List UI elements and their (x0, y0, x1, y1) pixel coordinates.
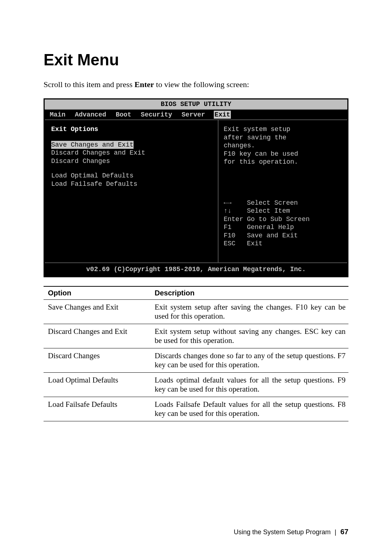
bios-key-row: F10Save and Exit (224, 232, 342, 240)
table-row: Discard Changes Discards changes done so… (44, 348, 348, 373)
bios-help-line: F10 key can be used (224, 150, 342, 158)
bios-help-line: changes. (224, 142, 342, 150)
table-cell-desc: Loads Failsafe Default values for all th… (150, 397, 348, 421)
bios-left-pane: Exit Options Save Changes and Exit Disca… (45, 120, 219, 262)
instruction-post: to view the following screen: (154, 80, 249, 89)
table-header-description: Description (150, 286, 348, 300)
bios-help-line: for this operation. (224, 158, 342, 166)
footer-sep: | (335, 528, 336, 536)
page-footer: Using the System Setup Program | 67 (234, 528, 348, 536)
bios-title: BIOS SETUP UTILITY (45, 99, 347, 110)
table-cell-option: Load Failsafe Defaults (44, 397, 150, 421)
bios-key: F10 (224, 232, 247, 240)
footer-text: Using the System Setup Program (234, 528, 331, 536)
page-title: Exit Menu (44, 51, 348, 69)
bios-key: F1 (224, 223, 247, 232)
description-table: Option Description Save Changes and Exit… (44, 286, 348, 421)
bios-option-load-failsafe: Load Failsafe Defaults (51, 180, 211, 188)
instruction-pre: Scroll to this item and press (44, 80, 135, 89)
bios-key-action: Go to Sub Screen (247, 215, 310, 224)
bios-help-line: Exit system setup (224, 125, 342, 134)
bios-footer: v02.69 (C)Copyright 1985-2010, American … (45, 262, 347, 277)
bios-key-row: ←→Select Screen (224, 199, 342, 207)
bios-key: ESC (224, 240, 247, 248)
bios-key: ←→ (224, 199, 247, 207)
table-cell-desc: Exit system setup after saving the chang… (150, 300, 348, 324)
table-cell-option: Discard Changes and Exit (44, 324, 150, 348)
bios-body: Exit Options Save Changes and Exit Disca… (45, 120, 347, 262)
table-header-option: Option (44, 286, 150, 300)
instruction-bold: Enter (135, 80, 154, 89)
bios-help-line: after saving the (224, 134, 342, 142)
bios-key: ↑↓ (224, 207, 247, 215)
table-cell-desc: Exit system setup without saving any cha… (150, 324, 348, 348)
bios-key-action: Select Screen (247, 199, 298, 207)
bios-key-row: F1General Help (224, 223, 342, 232)
bios-left-heading: Exit Options (51, 125, 211, 134)
bios-key: Enter (224, 215, 247, 224)
bios-key-action: Save and Exit (247, 232, 298, 240)
table-row: Discard Changes and Exit Exit system set… (44, 324, 348, 348)
bios-right-pane: Exit system setup after saving the chang… (219, 120, 347, 262)
bios-tab-server: Server (181, 111, 206, 119)
bios-key-action: General Help (247, 223, 294, 232)
footer-page-number: 67 (340, 528, 348, 536)
bios-key-row: EnterGo to Sub Screen (224, 215, 342, 224)
bios-key-action: Select Item (247, 207, 290, 215)
bios-key-row: ESCExit (224, 240, 342, 248)
bios-option-discard: Discard Changes (51, 157, 211, 165)
bios-key-row: ↑↓Select Item (224, 207, 342, 215)
instruction-text: Scroll to this item and press Enter to v… (44, 80, 348, 89)
bios-tab-advanced: Advanced (74, 111, 107, 119)
table-row: Load Failsafe Defaults Loads Failsafe De… (44, 397, 348, 421)
bios-option-load-optimal: Load Optimal Defaults (51, 172, 211, 180)
table-cell-desc: Discards changes done so far to any of t… (150, 348, 348, 373)
bios-option-save-exit: Save Changes and Exit (51, 141, 134, 149)
bios-screenshot: BIOS SETUP UTILITY Main Advanced Boot Se… (44, 98, 348, 277)
table-cell-option: Load Optimal Defaults (44, 373, 150, 397)
bios-help-text: Exit system setup after saving the chang… (224, 125, 342, 166)
bios-tab-boot: Boot (115, 111, 132, 119)
table-cell-desc: Loads optimal default values for all the… (150, 373, 348, 397)
table-row: Load Optimal Defaults Loads optimal defa… (44, 373, 348, 397)
bios-key-help: ←→Select Screen ↑↓Select Item EnterGo to… (224, 199, 342, 255)
bios-tab-security: Security (140, 111, 173, 119)
table-cell-option: Save Changes and Exit (44, 300, 150, 324)
bios-key-action: Exit (247, 240, 262, 248)
bios-option-discard-exit: Discard Changes and Exit (51, 149, 211, 157)
table-row: Save Changes and Exit Exit system setup … (44, 300, 348, 324)
bios-tab-main: Main (49, 111, 66, 119)
bios-tab-exit: Exit (214, 111, 231, 119)
table-cell-option: Discard Changes (44, 348, 150, 373)
bios-tab-bar: Main Advanced Boot Security Server Exit (45, 110, 347, 120)
